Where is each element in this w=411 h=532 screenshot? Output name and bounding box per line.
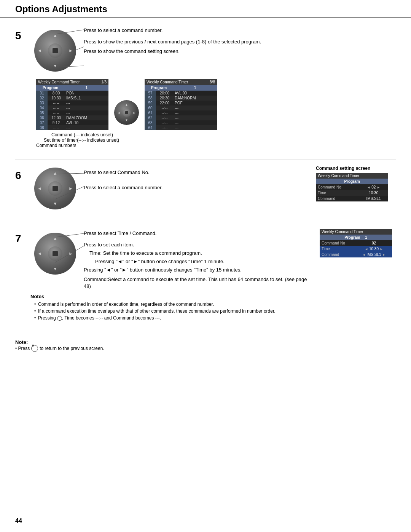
dpad7-down[interactable]: ▼ — [53, 266, 57, 272]
page-header: Options Adjustments — [0, 0, 411, 18]
screen1-col-program: Program — [36, 85, 65, 91]
section7-dpad-container: ▲ ▼ ◄ ► — [30, 229, 84, 278]
screen-labels: Command (--- indicates unset) Set time o… — [36, 132, 396, 148]
table-row: 03 --:-- --- — [36, 101, 108, 105]
table-row: 59 22:00 POF — [145, 101, 217, 105]
table-row: 63 --:-- --- — [145, 120, 217, 125]
small-dpad-up[interactable]: ▲ — [125, 103, 128, 107]
dpad6-down[interactable]: ▼ — [53, 201, 57, 206]
screen2-table: Program 1 57 20:00 AVL:00 58 20:30 DAM:N… — [145, 85, 217, 130]
annotation-5-2: Press to show the previous / next comman… — [84, 38, 396, 45]
section6-left: ▲ ▼ ◄ ► — [30, 166, 308, 211]
section6-dpad-container: ▲ ▼ ◄ ► — [30, 166, 84, 211]
return-button-icon: R — [31, 345, 38, 352]
table-row: 04 --:-- --- — [36, 105, 108, 110]
section7-layout: ▲ ▼ ◄ ► — [30, 229, 396, 290]
divider-6-7 — [15, 223, 396, 223]
screen6-program-header: Program — [316, 179, 388, 184]
dpad7-up[interactable]: ▲ — [53, 236, 57, 241]
small-dpad-down[interactable]: ▼ — [125, 118, 128, 122]
table-row: Time ◄ 10:30 ► — [320, 246, 392, 252]
table-row: Command No 02 — [320, 240, 392, 246]
screen1-header: Weekly Command Timer 1/8 — [36, 79, 108, 85]
dpad7-center[interactable] — [48, 246, 62, 261]
dpad7-right[interactable]: ► — [68, 251, 73, 256]
table-row: 64 --:-- --- — [145, 125, 217, 130]
section6-annotations: Press to select Command No. Press to sel… — [84, 166, 308, 190]
table-row: 01 8:00 PON — [36, 91, 108, 96]
dpad-section7[interactable]: ▲ ▼ ◄ ► — [34, 233, 76, 275]
table-row: 60 --:-- --- — [145, 105, 217, 110]
table-row: 62 --:-- --- — [145, 115, 217, 120]
label-cmd-numbers: Command numbers — [36, 143, 396, 148]
small-dpad-center[interactable] — [123, 109, 131, 117]
dpad-down-arrow[interactable]: ▼ — [53, 63, 57, 69]
dpad6-up[interactable]: ▲ — [53, 171, 57, 176]
annotation-7-4: Pressing "◄" or "►" button once changes … — [95, 258, 312, 265]
page-title: Options Adjustments — [15, 4, 396, 14]
dpad-left-arrow[interactable]: ◄ — [37, 48, 42, 53]
screen1-col-num: 1 — [65, 85, 108, 91]
content-area: 5 ▲ ▼ ◄ ► — [0, 26, 411, 367]
cmd-setting-screen-7: Weekly Command Timer Program 1 — [320, 229, 392, 257]
screen1-tbody: 01 8:00 PON 02 10:30 IMS:SL1 03 --:-- --… — [36, 91, 108, 130]
section7-right-panel: Weekly Command Timer Program 1 — [320, 229, 396, 257]
dpad6-center[interactable] — [48, 181, 62, 196]
table-row: Time 10:30 — [316, 190, 388, 196]
small-dpad-left[interactable]: ◄ — [117, 111, 120, 114]
table-row: 07 9:12 AVL:10 — [36, 120, 108, 125]
table-row: 08 --:-- --- — [36, 125, 108, 130]
note-title: Note: — [15, 339, 28, 345]
table-row: 02 10:30 IMS:SL1 — [36, 96, 108, 101]
annotation-5-1: Press to select a command number. — [84, 27, 396, 33]
dpad-section5[interactable]: ▲ ▼ ◄ ► — [34, 30, 76, 72]
note-item-1: Command is performed in order of executi… — [34, 301, 396, 308]
section-5: 5 ▲ ▼ ◄ ► — [15, 26, 396, 148]
section6-right-panel: Command setting screen Weekly Command Ti… — [316, 166, 396, 211]
screen2-col-num: 1 — [173, 85, 217, 91]
screen6-tbody: Command No ◄ 02 ► Time 10:30 Command IMS… — [316, 184, 388, 201]
annotation-7-6: Command:Select a command to execute at t… — [84, 276, 312, 290]
table-row: 57 20:00 AVL:00 — [145, 91, 217, 96]
dpad-right-arrow[interactable]: ► — [68, 48, 73, 53]
annotation-7-1: Press to select Time / Command. — [84, 230, 312, 236]
timer-screen-1: Weekly Command Timer 1/8 Program 1 01 8: — [36, 79, 108, 130]
screen7-tbody: Command No 02 Time ◄ 10:30 ► Command ◄ I… — [320, 240, 392, 257]
dpad7-center-btn[interactable] — [53, 251, 58, 256]
dpad6-right[interactable]: ► — [68, 186, 73, 191]
screen2-header: Weekly Command Timer 8/8 — [145, 79, 217, 85]
dpad-section6[interactable]: ▲ ▼ ◄ ► — [34, 168, 76, 209]
table-row: Command ◄ IMS:SL1 ► — [320, 252, 392, 257]
annotation-7-3: Time: Set the time to execute a command … — [89, 250, 312, 257]
screen7-table: Program 1 Command No 02 Time ◄ 10:30 ► C… — [320, 235, 392, 257]
small-dpad-center-btn[interactable] — [125, 111, 128, 114]
section6-layout: ▲ ▼ ◄ ► — [30, 166, 396, 211]
small-dpad-section5[interactable]: ▲ ▼ ◄ ► — [114, 100, 139, 125]
dpad7-left[interactable]: ◄ — [37, 251, 42, 256]
section-6-body: ▲ ▼ ◄ ► — [30, 166, 396, 211]
section-7-number: 7 — [15, 229, 30, 321]
screen6-title: Weekly Command Timer — [316, 173, 388, 179]
bottom-divider — [15, 333, 396, 333]
divider-5-6 — [15, 160, 396, 160]
annotation-6-2: Press to select a command number. — [84, 185, 308, 190]
dpad-center-button[interactable] — [53, 48, 58, 53]
cmd-setting-label: Command setting screen — [316, 166, 396, 171]
section-7-body: ▲ ▼ ◄ ► — [30, 229, 396, 321]
timer-screen-2: Weekly Command Timer 8/8 Program 1 57 20 — [145, 79, 217, 130]
dpad6-left[interactable]: ◄ — [37, 186, 42, 191]
dpad-up-arrow[interactable]: ▲ — [53, 33, 57, 38]
small-dpad-right[interactable]: ► — [133, 111, 136, 114]
page-number: 44 — [15, 518, 22, 524]
screen1-table: Program 1 01 8:00 PON 02 10:30 IMS:SL1 0… — [36, 85, 108, 130]
screen2-tbody: 57 20:00 AVL:00 58 20:30 DAM:NORM 59 22:… — [145, 91, 217, 130]
table-row: 05 --:-- --- — [36, 110, 108, 115]
table-row: Command No ◄ 02 ► — [316, 184, 388, 190]
section-5-number: 5 — [15, 26, 30, 148]
notes-title: Notes — [30, 294, 396, 299]
screen6-table: Program Command No ◄ 02 ► Time 10:30 Com… — [316, 179, 388, 201]
annotation-7-5: Pressing "◄" or "►" button continuously … — [84, 267, 312, 273]
dpad-center[interactable] — [48, 43, 62, 58]
note-item-3: Pressing ◯, Time becomes --:-- and Comma… — [34, 315, 396, 321]
dpad6-center-btn[interactable] — [53, 186, 58, 191]
